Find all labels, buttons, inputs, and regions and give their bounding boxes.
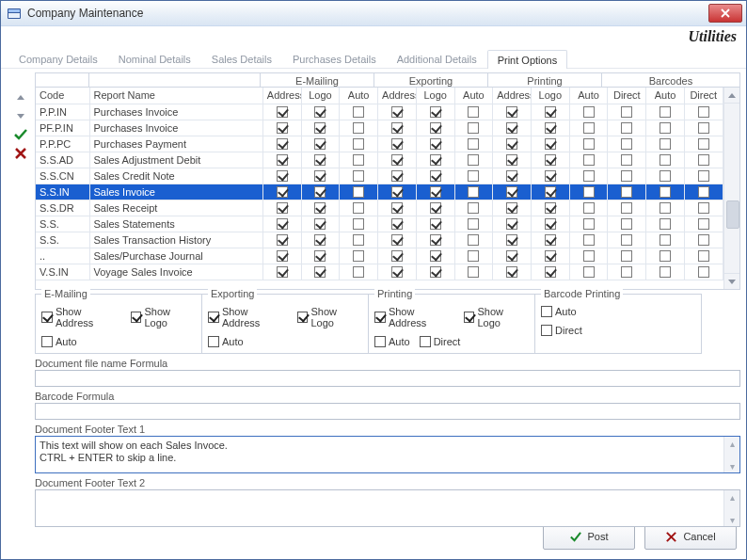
checkbox-icon[interactable] (468, 234, 479, 246)
post-button[interactable]: Post (543, 523, 635, 550)
scroll-up-icon[interactable] (724, 88, 739, 104)
checkbox-icon[interactable] (545, 266, 556, 278)
option-checkbox[interactable]: Show Logo (131, 306, 196, 328)
cell-checkbox[interactable] (416, 104, 454, 120)
cell-checkbox[interactable] (340, 168, 378, 184)
checkbox-icon[interactable] (353, 170, 364, 182)
checkbox-icon[interactable] (391, 250, 403, 262)
cell-code[interactable]: S.S.AD (36, 152, 89, 168)
checkbox-icon[interactable] (430, 122, 441, 134)
cell-checkbox[interactable] (684, 136, 723, 152)
checkbox-icon[interactable] (353, 154, 364, 166)
cell-checkbox[interactable] (569, 136, 608, 152)
cell-checkbox[interactable] (608, 136, 646, 152)
cell-checkbox[interactable] (493, 168, 532, 184)
column-header[interactable]: Address (493, 88, 532, 104)
cell-code[interactable]: S.S.CN (36, 168, 89, 184)
cell-checkbox[interactable] (493, 200, 532, 216)
column-header[interactable]: Auto (340, 88, 378, 104)
cell-checkbox[interactable] (646, 248, 685, 264)
checkbox-icon[interactable] (353, 122, 364, 134)
checkbox-icon[interactable] (506, 234, 517, 246)
cell-checkbox[interactable] (531, 104, 569, 120)
checkbox-icon[interactable] (353, 186, 364, 198)
cell-code[interactable]: P.P.PC (36, 136, 89, 152)
checkbox-icon[interactable] (660, 234, 671, 246)
option-checkbox[interactable]: Direct (541, 325, 582, 336)
checkbox-icon[interactable] (297, 312, 309, 323)
table-row[interactable]: P.P.INPurchases Invoice (36, 104, 739, 120)
cell-code[interactable]: S.S. (36, 216, 89, 232)
cell-checkbox[interactable] (416, 168, 454, 184)
checkbox-icon[interactable] (277, 266, 288, 278)
cell-checkbox[interactable] (493, 248, 532, 264)
cell-checkbox[interactable] (378, 216, 417, 232)
cell-checkbox[interactable] (684, 120, 723, 136)
cell-checkbox[interactable] (569, 232, 608, 248)
scroll-thumb[interactable] (726, 200, 739, 229)
cell-checkbox[interactable] (646, 120, 685, 136)
checkbox-icon[interactable] (277, 122, 288, 134)
cell-report-name[interactable]: Purchases Invoice (89, 120, 262, 136)
checkbox-icon[interactable] (464, 312, 475, 323)
checkbox-icon[interactable] (391, 122, 403, 134)
column-header[interactable]: Direct (608, 88, 646, 104)
checkbox-icon[interactable] (314, 122, 326, 134)
cell-checkbox[interactable] (569, 120, 608, 136)
checkbox-icon[interactable] (277, 138, 288, 150)
checkbox-icon[interactable] (698, 186, 709, 198)
checkbox-icon[interactable] (541, 306, 552, 317)
cell-checkbox[interactable] (646, 104, 685, 120)
cell-checkbox[interactable] (416, 136, 454, 152)
cell-report-name[interactable]: Sales Adjustment Debit (89, 152, 262, 168)
cell-checkbox[interactable] (301, 104, 340, 120)
cell-checkbox[interactable] (262, 248, 301, 264)
cell-checkbox[interactable] (493, 264, 532, 280)
row-reject-icon[interactable] (12, 147, 29, 160)
checkbox-icon[interactable] (430, 170, 441, 182)
checkbox-icon[interactable] (660, 186, 671, 198)
cell-checkbox[interactable] (493, 136, 532, 152)
checkbox-icon[interactable] (41, 312, 53, 323)
row-move-down-icon[interactable] (12, 109, 29, 122)
checkbox-icon[interactable] (506, 218, 517, 230)
checkbox-icon[interactable] (583, 170, 595, 182)
doc-footer1-textarea[interactable]: This text will show on each Sales Invoce… (35, 436, 740, 473)
checkbox-icon[interactable] (374, 336, 386, 347)
checkbox-icon[interactable] (314, 250, 326, 262)
checkbox-icon[interactable] (506, 202, 517, 214)
cell-checkbox[interactable] (646, 264, 685, 280)
cell-checkbox[interactable] (531, 264, 569, 280)
cell-checkbox[interactable] (301, 248, 340, 264)
table-row[interactable]: P.P.PCPurchases Payment (36, 136, 739, 152)
column-header[interactable]: Logo (531, 88, 569, 104)
checkbox-icon[interactable] (621, 186, 632, 198)
cell-checkbox[interactable] (416, 216, 454, 232)
cell-checkbox[interactable] (608, 104, 646, 120)
checkbox-icon[interactable] (545, 106, 556, 118)
cell-checkbox[interactable] (378, 120, 417, 136)
checkbox-icon[interactable] (468, 154, 479, 166)
checkbox-icon[interactable] (583, 218, 595, 230)
cell-checkbox[interactable] (416, 232, 454, 248)
table-row[interactable]: S.S.Sales Statements (36, 216, 739, 232)
cell-checkbox[interactable] (416, 200, 454, 216)
cell-checkbox[interactable] (378, 200, 417, 216)
cell-checkbox[interactable] (416, 264, 454, 280)
checkbox-icon[interactable] (353, 218, 364, 230)
checkbox-icon[interactable] (621, 266, 632, 278)
cell-report-name[interactable]: Sales Invoice (89, 184, 262, 200)
doc-file-formula-input[interactable] (35, 370, 740, 387)
option-checkbox[interactable]: Auto (541, 306, 577, 317)
tab-print-options[interactable]: Print Options (487, 50, 568, 69)
option-checkbox[interactable]: Auto (41, 336, 77, 347)
footer2-scrollbar[interactable]: ▴ ▾ (723, 490, 739, 526)
checkbox-icon[interactable] (545, 218, 556, 230)
cell-checkbox[interactable] (340, 216, 378, 232)
table-row[interactable]: S.S.DRSales Receipt (36, 200, 739, 216)
checkbox-icon[interactable] (314, 106, 326, 118)
checkbox-icon[interactable] (468, 202, 479, 214)
cell-checkbox[interactable] (646, 168, 685, 184)
scroll-down-icon[interactable] (724, 273, 739, 289)
cell-checkbox[interactable] (569, 152, 608, 168)
